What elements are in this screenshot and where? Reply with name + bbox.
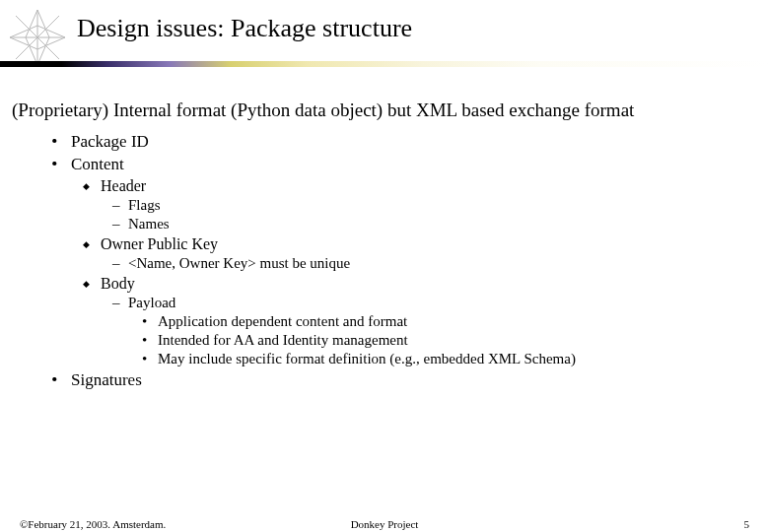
- subtitle-text: (Proprietary) Internal format (Python da…: [12, 99, 757, 122]
- bullet-text: Payload: [128, 295, 175, 310]
- svg-line-8: [10, 26, 37, 37]
- svg-line-9: [10, 37, 37, 49]
- slide-body: (Proprietary) Internal format (Python da…: [12, 99, 757, 393]
- list-item: Names: [112, 216, 757, 233]
- footer-page-number: 5: [744, 518, 750, 530]
- list-item: May include specific format definition (…: [142, 351, 757, 367]
- starburst-icon: [8, 8, 67, 67]
- svg-line-11: [37, 37, 65, 49]
- svg-line-5: [37, 10, 49, 37]
- svg-line-10: [37, 26, 65, 37]
- list-item: <Name, Owner Key> must be unique: [112, 255, 757, 272]
- bullet-text: Intended for AA and Identity management: [158, 332, 408, 348]
- footer-project: Donkey Project: [0, 518, 769, 530]
- list-item: Flags: [112, 197, 757, 214]
- subtitle: (Proprietary) Internal format (Python da…: [12, 99, 757, 122]
- list-item: Payload Application dependent content an…: [112, 295, 757, 367]
- slide-title: Design issues: Package structure: [77, 14, 412, 43]
- bullet-text: Header: [101, 177, 146, 194]
- list-item: Body Payload Application dependent conte…: [83, 275, 757, 367]
- svg-line-4: [26, 10, 37, 37]
- list-item: Owner Public Key <Name, Owner Key> must …: [83, 235, 757, 272]
- bullet-text: Signatures: [71, 370, 142, 389]
- list-item: Package ID: [51, 132, 757, 152]
- bullet-text: Package ID: [71, 132, 149, 151]
- bullet-text: Names: [128, 216, 170, 232]
- bullet-text: Body: [101, 275, 135, 292]
- bullet-text: May include specific format definition (…: [158, 351, 576, 366]
- list-item: Content Header Flags Names Owner Public …: [51, 155, 757, 367]
- bullet-text: Owner Public Key: [101, 235, 218, 252]
- list-item: Intended for AA and Identity management: [142, 332, 757, 349]
- bullet-list: Package ID Content Header Flags Names Ow…: [51, 132, 757, 390]
- bullet-text: <Name, Owner Key> must be unique: [128, 255, 350, 271]
- bullet-text: Content: [71, 155, 124, 173]
- list-item: Signatures: [51, 370, 757, 390]
- title-rule: [0, 61, 769, 67]
- slide: Design issues: Package structure (Propri…: [0, 0, 769, 532]
- bullet-text: Application dependent content and format: [158, 313, 407, 329]
- bullet-text: Flags: [128, 197, 161, 213]
- list-item: Application dependent content and format: [142, 313, 757, 330]
- list-item: Header Flags Names: [83, 177, 757, 233]
